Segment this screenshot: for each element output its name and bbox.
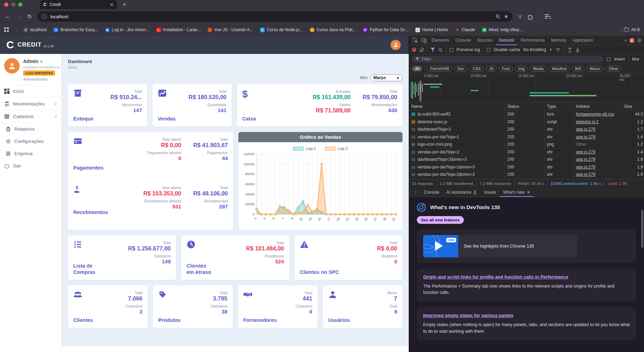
month-select[interactable]: Março ∨ xyxy=(370,74,402,81)
column-initiator[interactable]: Initiator xyxy=(574,102,622,110)
disable-cache-label[interactable]: Disable cache xyxy=(494,47,520,52)
record-icon[interactable] xyxy=(412,48,416,52)
sidebar-item-configuracoes[interactable]: Configurações xyxy=(0,135,61,147)
vue-devtools-icon[interactable]: V xyxy=(518,14,522,20)
apps-grid-icon[interactable] xyxy=(4,27,9,32)
video-caption[interactable]: See the highlights from Chrome 135 xyxy=(458,235,577,257)
initiator-link[interactable]: detector.js:1 xyxy=(576,119,599,124)
drawer-tab-issues[interactable]: Issues xyxy=(481,187,499,197)
network-row[interactable]: {:}dashboard?loja=2&mes=3 200 xhr app.js… xyxy=(409,156,644,164)
bookmark-item[interactable]: ✳Claude xyxy=(455,27,475,32)
forward-icon[interactable]: → xyxy=(16,13,22,20)
minimize-window-button[interactable] xyxy=(11,2,15,7)
all-bookmarks-button[interactable]: All B xyxy=(622,27,640,33)
invert-label[interactable]: Invert xyxy=(614,57,625,62)
initiator-link[interactable]: app.js:279 xyxy=(576,157,595,162)
initiator-link[interactable]: app.js:279 xyxy=(576,172,595,177)
feature-link[interactable]: Improved empty states for various panels xyxy=(423,313,513,318)
tab-application[interactable]: Application xyxy=(570,36,596,45)
search-icon[interactable] xyxy=(438,48,443,52)
invert-checkbox[interactable] xyxy=(607,57,611,61)
chip-manifest[interactable]: Manifest xyxy=(549,66,570,71)
back-icon[interactable]: ← xyxy=(5,13,11,20)
feature-link[interactable]: Origin and script links for profile and … xyxy=(423,274,568,279)
column-size[interactable]: Size xyxy=(622,102,644,110)
preserve-log-checkbox[interactable] xyxy=(449,48,453,52)
more-filters-label[interactable]: Mor xyxy=(632,57,641,62)
column-name[interactable]: Name xyxy=(409,102,505,110)
edit-profile-icon[interactable]: ✎ xyxy=(40,60,43,64)
network-row[interactable]: {:}vendas-por-dia?loja=1&mes=3 200 xhr a… xyxy=(409,164,644,171)
disable-cache-checkbox[interactable] xyxy=(487,48,490,52)
tab-close-icon[interactable]: ✕ xyxy=(110,2,114,7)
devtools-settings-icon[interactable] xyxy=(637,38,642,43)
initiator-link[interactable]: app.js:279 xyxy=(576,127,595,132)
throttling-select[interactable]: No throttling xyxy=(523,47,546,52)
network-row[interactable]: Clogo-icon-mini.png 200 png Other 1.2 xyxy=(409,141,644,149)
chip-img[interactable]: Img xyxy=(515,66,528,71)
tab-list-icon[interactable] xyxy=(545,14,551,19)
network-overview[interactable]: 5,000 ms 10,000 ms 15,000 ms 20,000 ms 2… xyxy=(409,73,644,102)
tab-performance[interactable]: Performance xyxy=(518,36,548,45)
chip-other[interactable]: Other xyxy=(605,66,622,71)
filter-input[interactable]: Filter xyxy=(412,56,603,63)
legend-item[interactable]: Loja 2 xyxy=(325,146,348,151)
window-controls[interactable] xyxy=(4,2,22,7)
bookmark-item[interactable]: Clocalhost xyxy=(23,27,47,32)
column-status[interactable]: Status xyxy=(505,102,545,110)
network-conditions-icon[interactable] xyxy=(555,48,561,52)
sidebar-item-inicio[interactable]: Início xyxy=(0,85,61,97)
sidebar-item-movimentacoes[interactable]: Movimentações ∨ xyxy=(0,98,61,110)
bookmark-item[interactable]: MMeet: mdg-zfwq-... xyxy=(482,27,523,32)
network-row[interactable]: {:}vendas-por-dia?loja=2&mes=3 200 xhr a… xyxy=(409,171,644,179)
chip-css[interactable]: CSS xyxy=(470,66,484,71)
clear-icon[interactable] xyxy=(419,48,424,52)
avatar[interactable] xyxy=(4,58,20,74)
tab-sources[interactable]: Sources xyxy=(474,36,495,45)
initiator-link[interactable]: fontawesome-all.css xyxy=(576,112,614,117)
error-count-badge[interactable]: 1 xyxy=(630,38,634,43)
maximize-window-button[interactable] xyxy=(18,2,22,7)
device-toolbar-icon[interactable] xyxy=(421,38,427,43)
scrollbar-thumb[interactable] xyxy=(641,210,643,248)
bookmark-item[interactable]: Curso Java na Prát... xyxy=(310,27,356,32)
bookmark-item[interactable]: LInstallation - Larav... xyxy=(156,27,201,32)
chip-js[interactable]: JS xyxy=(486,66,497,71)
chip-fetch-xhr[interactable]: Fetch/XHR xyxy=(427,66,452,71)
initiator-link[interactable]: app.js:279 xyxy=(576,134,595,139)
new-tab-button[interactable]: + xyxy=(123,1,126,8)
sidebar-item-cadastros[interactable]: Cadastros ∨ xyxy=(0,110,61,123)
bookmark-item[interactable]: Vue JS - Usando A... xyxy=(208,27,253,32)
network-row[interactable]: ●detector-exec.js 200 script detector.js… xyxy=(409,118,644,126)
bookmark-item[interactable]: ⌂Home | Home xyxy=(415,27,448,32)
bookmark-item[interactable]: ✦Curso de Node.js... xyxy=(260,27,303,32)
import-har-icon[interactable] xyxy=(568,47,572,52)
extensions-icon[interactable] xyxy=(527,14,533,20)
close-icon[interactable]: ✕ xyxy=(527,190,530,195)
preserve-log-label[interactable]: Preserve log xyxy=(456,47,480,52)
chip-all[interactable]: All xyxy=(412,66,422,71)
chip-media[interactable]: Media xyxy=(530,66,547,71)
browser-tab[interactable]: C Credit ✕ xyxy=(40,0,117,9)
network-row[interactable]: {:}dashboard?loja=2 200 xhr app.js:279 1… xyxy=(409,126,644,133)
drawer-tab-console[interactable]: Console xyxy=(421,187,442,197)
bookmark-item[interactable]: ▾Branches for Easy... xyxy=(54,27,98,32)
close-window-button[interactable] xyxy=(4,2,8,7)
column-type[interactable]: Type xyxy=(545,102,574,110)
play-icon[interactable] xyxy=(435,241,443,251)
site-info-icon[interactable]: i xyxy=(42,14,47,19)
bookmark-item[interactable]: PPython for Data Sc... xyxy=(363,27,408,32)
sidebar-item-empresa[interactable]: Empresa xyxy=(0,147,61,160)
chip-wasm[interactable]: Wasm xyxy=(587,66,604,71)
more-tabs-icon[interactable]: » xyxy=(624,38,627,43)
see-all-features-button[interactable]: See all new features xyxy=(417,216,464,224)
url-text[interactable]: localhost xyxy=(50,14,492,19)
network-row[interactable]: Tfa-solid-900.woff2 200 font fontawesome… xyxy=(409,111,644,118)
chip-font[interactable]: Font xyxy=(499,66,513,71)
video-thumbnail[interactable]: new xyxy=(423,235,458,257)
sidebar-item-relatorios[interactable]: Relatórios xyxy=(0,123,61,135)
bookmark-star-icon[interactable]: ★ xyxy=(504,13,508,20)
initiator-link[interactable]: app.js:279 xyxy=(576,165,595,170)
search-icon[interactable] xyxy=(495,14,500,19)
chip-doc[interactable]: Doc xyxy=(454,66,468,71)
